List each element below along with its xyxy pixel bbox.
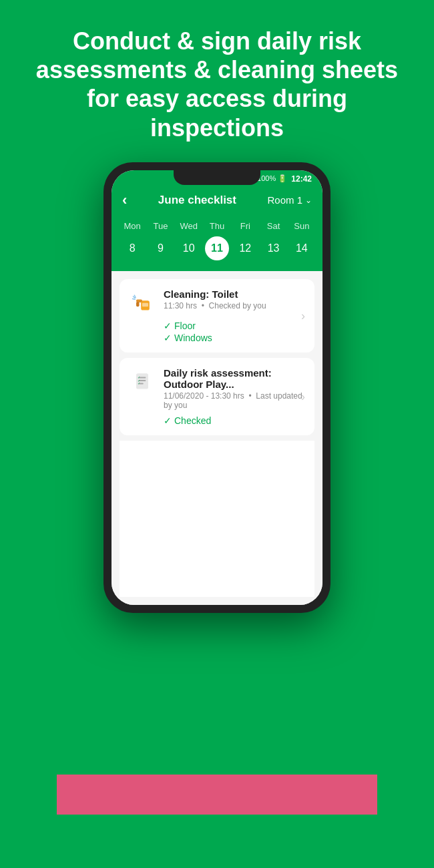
daily-risk-meta: 11/06/2020 - 13:30 hrs • Last updated by…	[164, 391, 305, 410]
calendar: Mon Tue Wed Thu Fri Sat Sun 8 9 10 11 12…	[112, 217, 322, 271]
cleaning-toilet-info: Cleaning: Toilet 11:30 hrs • Checked by …	[164, 288, 305, 310]
check-floor-label: Floor	[174, 320, 196, 331]
date-8[interactable]: 8	[120, 236, 144, 260]
svg-line-5	[133, 298, 136, 299]
chevron-down-icon: ⌄	[305, 196, 312, 205]
app-header: ‹ June checklist Room 1 ⌄	[112, 186, 322, 217]
phone-outer-shell: ▪▪▪▪ 100% 🔋 12:42 ‹ June checklist Room …	[103, 162, 331, 613]
day-tue: Tue	[146, 220, 174, 232]
svg-text:✓: ✓	[138, 381, 140, 385]
date-11-active[interactable]: 11	[205, 236, 229, 260]
cleaning-toilet-title: Cleaning: Toilet	[164, 288, 305, 300]
date-9[interactable]: 9	[148, 236, 172, 260]
cleaning-icon	[129, 288, 156, 315]
cleaning-toilet-card[interactable]: Cleaning: Toilet 11:30 hrs • Checked by …	[120, 279, 314, 353]
daily-risk-title: Daily risk assessment: Outdoor Play...	[164, 367, 305, 390]
checkmark-checked: ✓	[164, 415, 172, 426]
back-button[interactable]: ‹	[122, 192, 127, 209]
room-selector[interactable]: Room 1 ⌄	[267, 194, 312, 206]
day-sat: Sat	[259, 220, 287, 232]
calendar-date-row: 8 9 10 11 12 13 14	[118, 236, 316, 260]
cleaning-card-chevron: ›	[301, 308, 305, 322]
daily-risk-info: Daily risk assessment: Outdoor Play... 1…	[164, 367, 305, 410]
time-display: 12:42	[291, 174, 312, 184]
battery-indicator: 100% 🔋	[257, 174, 287, 183]
check-floor: ✓ Floor	[164, 320, 305, 331]
card-top-cleaning: Cleaning: Toilet 11:30 hrs • Checked by …	[129, 288, 305, 315]
cleaning-toilet-meta: 11:30 hrs • Checked by you	[164, 301, 305, 310]
day-sun: Sun	[288, 220, 316, 232]
phone-screen: ▪▪▪▪ 100% 🔋 12:42 ‹ June checklist Room …	[112, 170, 322, 605]
checkmark-windows: ✓	[164, 333, 172, 343]
date-10[interactable]: 10	[177, 236, 201, 260]
day-fri: Fri	[231, 220, 259, 232]
checkmark-floor: ✓	[164, 320, 172, 331]
card-top-risk: ✓ ✓ ✓ Daily risk assessment: Outdoor Pla…	[129, 367, 305, 410]
date-14[interactable]: 14	[290, 236, 314, 260]
check-checked-label: Checked	[174, 415, 211, 426]
check-windows: ✓ Windows	[164, 333, 305, 343]
check-windows-label: Windows	[174, 333, 212, 343]
risk-card-chevron: ›	[301, 389, 305, 403]
day-wed: Wed	[175, 220, 203, 232]
svg-rect-2	[136, 302, 140, 306]
page-title: June checklist	[158, 194, 236, 207]
pink-accent-bar	[57, 775, 377, 815]
day-mon: Mon	[118, 220, 146, 232]
cleaning-checklist: ✓ Floor ✓ Windows	[129, 320, 305, 343]
phone-mockup: ▪▪▪▪ 100% 🔋 12:42 ‹ June checklist Room …	[97, 162, 337, 868]
calendar-day-names: Mon Tue Wed Thu Fri Sat Sun	[118, 220, 316, 232]
empty-bottom-area	[120, 441, 314, 597]
daily-risk-card[interactable]: ✓ ✓ ✓ Daily risk assessment: Outdoor Pla…	[120, 358, 314, 435]
room-label: Room 1	[267, 194, 302, 206]
hero-headline: Conduct & sign daily risk assessments & …	[0, 0, 434, 162]
check-checked: ✓ Checked	[164, 415, 305, 426]
content-area: Cleaning: Toilet 11:30 hrs • Checked by …	[112, 271, 322, 605]
phone-notch	[174, 170, 260, 185]
date-13[interactable]: 13	[262, 236, 286, 260]
date-12[interactable]: 12	[233, 236, 257, 260]
checklist-icon: ✓ ✓ ✓	[129, 367, 156, 394]
svg-rect-3	[142, 303, 148, 306]
risk-checklist: ✓ Checked	[129, 415, 305, 426]
day-thu: Thu	[203, 220, 231, 232]
